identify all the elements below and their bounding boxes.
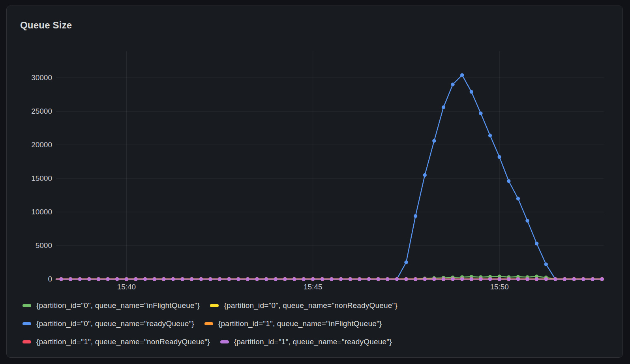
data-point xyxy=(143,277,147,281)
data-point xyxy=(106,277,109,281)
data-point xyxy=(432,277,436,281)
data-point xyxy=(414,277,417,281)
data-point xyxy=(208,277,212,281)
x-tick-label: 15:45 xyxy=(287,282,339,292)
data-point xyxy=(507,179,510,183)
y-tick-label: 10000 xyxy=(14,207,52,217)
data-point xyxy=(525,219,529,222)
data-point xyxy=(153,277,156,281)
data-point xyxy=(525,277,529,281)
data-point xyxy=(563,277,566,281)
series-color-swatch xyxy=(22,340,31,343)
data-point xyxy=(125,277,128,281)
legend-item-5[interactable]: {partition_id="1", queue_name="readyQueu… xyxy=(220,336,392,348)
data-point xyxy=(535,277,538,281)
data-point xyxy=(451,277,454,281)
data-point xyxy=(97,277,100,281)
legend-label: {partition_id="0", queue_name="nonReadyQ… xyxy=(224,301,398,310)
data-point xyxy=(171,277,175,281)
data-point xyxy=(78,277,82,281)
data-point xyxy=(330,277,333,281)
data-point xyxy=(395,277,399,281)
data-point xyxy=(470,90,473,94)
data-point xyxy=(236,277,240,281)
data-point xyxy=(292,277,296,281)
series-color-swatch xyxy=(210,304,219,307)
legend-item-3[interactable]: {partition_id="1", queue_name="inFlightQ… xyxy=(204,318,382,330)
data-point xyxy=(572,277,576,281)
data-point xyxy=(339,277,343,281)
data-point xyxy=(246,277,249,281)
legend-row: {partition_id="0", queue_name="inFlightQ… xyxy=(22,300,619,311)
data-point xyxy=(367,277,371,281)
data-point xyxy=(162,277,165,281)
data-point xyxy=(311,277,315,281)
data-point xyxy=(255,277,259,281)
data-point xyxy=(470,277,473,281)
queue-size-panel: Queue Size 05000100001500020000250003000… xyxy=(6,6,623,358)
y-tick-label: 25000 xyxy=(14,106,52,116)
data-point xyxy=(264,277,268,281)
data-point xyxy=(442,105,445,109)
data-point xyxy=(553,277,557,281)
data-point xyxy=(358,277,361,281)
legend: {partition_id="0", queue_name="inFlightQ… xyxy=(22,300,619,348)
data-point xyxy=(516,197,520,200)
series-color-swatch xyxy=(204,322,213,325)
legend-label: {partition_id="1", queue_name="nonReadyQ… xyxy=(36,338,210,346)
data-point xyxy=(497,155,501,159)
data-point xyxy=(376,277,380,281)
data-point xyxy=(460,277,464,281)
data-point xyxy=(218,277,221,281)
data-point xyxy=(199,277,203,281)
y-tick-label: 30000 xyxy=(14,73,52,83)
data-point xyxy=(423,277,427,281)
series-color-swatch xyxy=(220,340,229,343)
y-tick-label: 5000 xyxy=(14,240,52,251)
data-point xyxy=(432,139,436,143)
legend-row: {partition_id="0", queue_name="readyQueu… xyxy=(22,318,619,330)
data-point xyxy=(180,277,184,281)
data-point xyxy=(488,134,492,137)
y-tick-label: 0 xyxy=(14,274,52,284)
data-point xyxy=(591,277,594,281)
y-tick-label: 15000 xyxy=(14,173,52,184)
data-point xyxy=(386,277,389,281)
legend-item-2[interactable]: {partition_id="0", queue_name="readyQueu… xyxy=(22,318,194,330)
data-point xyxy=(516,277,520,281)
data-point xyxy=(479,277,482,281)
data-point xyxy=(442,277,445,281)
data-point xyxy=(544,277,548,281)
legend-label: {partition_id="0", queue_name="inFlightQ… xyxy=(36,301,200,310)
x-tick-label: 15:50 xyxy=(474,282,525,292)
dashboard-page: Queue Size 05000100001500020000250003000… xyxy=(0,0,630,364)
data-point xyxy=(349,277,352,281)
data-point xyxy=(227,277,231,281)
data-point xyxy=(59,277,63,281)
legend-item-1[interactable]: {partition_id="0", queue_name="nonReadyQ… xyxy=(210,300,398,311)
series-color-swatch xyxy=(22,304,31,307)
legend-item-4[interactable]: {partition_id="1", queue_name="nonReadyQ… xyxy=(22,336,210,348)
data-point xyxy=(274,277,278,281)
data-point xyxy=(497,277,501,281)
data-point xyxy=(581,277,585,281)
data-point xyxy=(535,242,538,245)
x-tick-label: 15:40 xyxy=(101,282,152,292)
data-point xyxy=(321,277,324,281)
data-point xyxy=(115,277,119,281)
y-tick-label: 20000 xyxy=(14,140,52,150)
data-point xyxy=(479,111,482,115)
legend-label: {partition_id="0", queue_name="readyQueu… xyxy=(36,319,194,328)
legend-row: {partition_id="1", queue_name="nonReadyQ… xyxy=(22,336,619,348)
data-point xyxy=(134,277,137,281)
data-point xyxy=(69,277,72,281)
data-point xyxy=(600,277,604,281)
data-point xyxy=(544,263,548,266)
legend-label: {partition_id="1", queue_name="readyQueu… xyxy=(234,338,392,346)
data-point xyxy=(460,73,464,77)
data-point xyxy=(414,214,417,218)
legend-label: {partition_id="1", queue_name="inFlightQ… xyxy=(218,319,382,328)
data-point xyxy=(488,277,492,281)
legend-item-0[interactable]: {partition_id="0", queue_name="inFlightQ… xyxy=(22,300,200,311)
series-color-swatch xyxy=(22,322,31,325)
